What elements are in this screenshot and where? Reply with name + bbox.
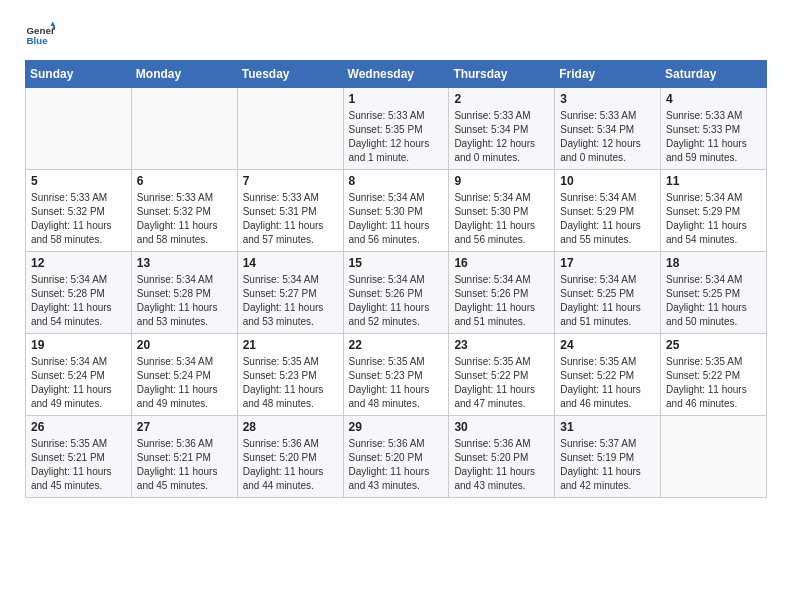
day-number: 13 — [137, 256, 232, 270]
calendar-cell: 12Sunrise: 5:34 AM Sunset: 5:28 PM Dayli… — [26, 252, 132, 334]
day-number: 20 — [137, 338, 232, 352]
day-number: 19 — [31, 338, 126, 352]
day-number: 3 — [560, 92, 655, 106]
calendar-cell: 1Sunrise: 5:33 AM Sunset: 5:35 PM Daylig… — [343, 88, 449, 170]
day-number: 6 — [137, 174, 232, 188]
day-number: 14 — [243, 256, 338, 270]
day-info: Sunrise: 5:34 AM Sunset: 5:27 PM Dayligh… — [243, 273, 338, 329]
calendar-cell: 28Sunrise: 5:36 AM Sunset: 5:20 PM Dayli… — [237, 416, 343, 498]
calendar-week-row: 12Sunrise: 5:34 AM Sunset: 5:28 PM Dayli… — [26, 252, 767, 334]
calendar-cell — [26, 88, 132, 170]
calendar-cell: 25Sunrise: 5:35 AM Sunset: 5:22 PM Dayli… — [661, 334, 767, 416]
calendar-cell: 14Sunrise: 5:34 AM Sunset: 5:27 PM Dayli… — [237, 252, 343, 334]
day-number: 8 — [349, 174, 444, 188]
day-info: Sunrise: 5:34 AM Sunset: 5:28 PM Dayligh… — [137, 273, 232, 329]
calendar-week-row: 1Sunrise: 5:33 AM Sunset: 5:35 PM Daylig… — [26, 88, 767, 170]
calendar-cell: 5Sunrise: 5:33 AM Sunset: 5:32 PM Daylig… — [26, 170, 132, 252]
day-number: 10 — [560, 174, 655, 188]
calendar-cell: 21Sunrise: 5:35 AM Sunset: 5:23 PM Dayli… — [237, 334, 343, 416]
day-info: Sunrise: 5:33 AM Sunset: 5:35 PM Dayligh… — [349, 109, 444, 165]
calendar-cell: 22Sunrise: 5:35 AM Sunset: 5:23 PM Dayli… — [343, 334, 449, 416]
calendar-cell — [661, 416, 767, 498]
calendar-cell: 13Sunrise: 5:34 AM Sunset: 5:28 PM Dayli… — [131, 252, 237, 334]
day-number: 25 — [666, 338, 761, 352]
day-number: 12 — [31, 256, 126, 270]
column-header-saturday: Saturday — [661, 61, 767, 88]
day-number: 17 — [560, 256, 655, 270]
calendar-cell: 17Sunrise: 5:34 AM Sunset: 5:25 PM Dayli… — [555, 252, 661, 334]
day-number: 27 — [137, 420, 232, 434]
day-number: 30 — [454, 420, 549, 434]
day-number: 26 — [31, 420, 126, 434]
day-info: Sunrise: 5:35 AM Sunset: 5:22 PM Dayligh… — [666, 355, 761, 411]
calendar-cell: 24Sunrise: 5:35 AM Sunset: 5:22 PM Dayli… — [555, 334, 661, 416]
day-number: 31 — [560, 420, 655, 434]
calendar-header-row: SundayMondayTuesdayWednesdayThursdayFrid… — [26, 61, 767, 88]
calendar-cell: 27Sunrise: 5:36 AM Sunset: 5:21 PM Dayli… — [131, 416, 237, 498]
svg-marker-2 — [51, 22, 56, 27]
day-info: Sunrise: 5:33 AM Sunset: 5:33 PM Dayligh… — [666, 109, 761, 165]
logo: General Blue — [25, 20, 59, 50]
day-info: Sunrise: 5:34 AM Sunset: 5:26 PM Dayligh… — [349, 273, 444, 329]
calendar-cell: 30Sunrise: 5:36 AM Sunset: 5:20 PM Dayli… — [449, 416, 555, 498]
day-info: Sunrise: 5:35 AM Sunset: 5:23 PM Dayligh… — [243, 355, 338, 411]
calendar-cell: 29Sunrise: 5:36 AM Sunset: 5:20 PM Dayli… — [343, 416, 449, 498]
day-number: 4 — [666, 92, 761, 106]
svg-text:General: General — [27, 25, 56, 36]
day-number: 7 — [243, 174, 338, 188]
calendar-cell: 9Sunrise: 5:34 AM Sunset: 5:30 PM Daylig… — [449, 170, 555, 252]
calendar-cell: 4Sunrise: 5:33 AM Sunset: 5:33 PM Daylig… — [661, 88, 767, 170]
column-header-thursday: Thursday — [449, 61, 555, 88]
day-number: 21 — [243, 338, 338, 352]
calendar-cell: 31Sunrise: 5:37 AM Sunset: 5:19 PM Dayli… — [555, 416, 661, 498]
calendar-table: SundayMondayTuesdayWednesdayThursdayFrid… — [25, 60, 767, 498]
calendar-cell: 26Sunrise: 5:35 AM Sunset: 5:21 PM Dayli… — [26, 416, 132, 498]
day-number: 5 — [31, 174, 126, 188]
day-info: Sunrise: 5:33 AM Sunset: 5:34 PM Dayligh… — [454, 109, 549, 165]
column-header-friday: Friday — [555, 61, 661, 88]
day-info: Sunrise: 5:34 AM Sunset: 5:24 PM Dayligh… — [31, 355, 126, 411]
day-number: 9 — [454, 174, 549, 188]
column-header-wednesday: Wednesday — [343, 61, 449, 88]
calendar-cell: 11Sunrise: 5:34 AM Sunset: 5:29 PM Dayli… — [661, 170, 767, 252]
day-number: 23 — [454, 338, 549, 352]
day-number: 18 — [666, 256, 761, 270]
page-header: General Blue — [25, 20, 767, 50]
day-number: 1 — [349, 92, 444, 106]
day-info: Sunrise: 5:34 AM Sunset: 5:26 PM Dayligh… — [454, 273, 549, 329]
day-number: 2 — [454, 92, 549, 106]
calendar-cell: 19Sunrise: 5:34 AM Sunset: 5:24 PM Dayli… — [26, 334, 132, 416]
calendar-cell: 7Sunrise: 5:33 AM Sunset: 5:31 PM Daylig… — [237, 170, 343, 252]
calendar-cell: 3Sunrise: 5:33 AM Sunset: 5:34 PM Daylig… — [555, 88, 661, 170]
calendar-cell: 18Sunrise: 5:34 AM Sunset: 5:25 PM Dayli… — [661, 252, 767, 334]
calendar-cell: 20Sunrise: 5:34 AM Sunset: 5:24 PM Dayli… — [131, 334, 237, 416]
day-number: 24 — [560, 338, 655, 352]
column-header-tuesday: Tuesday — [237, 61, 343, 88]
day-info: Sunrise: 5:34 AM Sunset: 5:28 PM Dayligh… — [31, 273, 126, 329]
day-info: Sunrise: 5:35 AM Sunset: 5:22 PM Dayligh… — [454, 355, 549, 411]
calendar-cell: 6Sunrise: 5:33 AM Sunset: 5:32 PM Daylig… — [131, 170, 237, 252]
day-info: Sunrise: 5:35 AM Sunset: 5:21 PM Dayligh… — [31, 437, 126, 493]
day-info: Sunrise: 5:34 AM Sunset: 5:29 PM Dayligh… — [666, 191, 761, 247]
day-info: Sunrise: 5:33 AM Sunset: 5:34 PM Dayligh… — [560, 109, 655, 165]
day-number: 28 — [243, 420, 338, 434]
day-number: 29 — [349, 420, 444, 434]
day-number: 22 — [349, 338, 444, 352]
day-info: Sunrise: 5:34 AM Sunset: 5:30 PM Dayligh… — [454, 191, 549, 247]
day-number: 15 — [349, 256, 444, 270]
calendar-cell: 15Sunrise: 5:34 AM Sunset: 5:26 PM Dayli… — [343, 252, 449, 334]
calendar-week-row: 5Sunrise: 5:33 AM Sunset: 5:32 PM Daylig… — [26, 170, 767, 252]
calendar-cell: 16Sunrise: 5:34 AM Sunset: 5:26 PM Dayli… — [449, 252, 555, 334]
column-header-sunday: Sunday — [26, 61, 132, 88]
calendar-week-row: 19Sunrise: 5:34 AM Sunset: 5:24 PM Dayli… — [26, 334, 767, 416]
day-info: Sunrise: 5:34 AM Sunset: 5:25 PM Dayligh… — [560, 273, 655, 329]
day-info: Sunrise: 5:33 AM Sunset: 5:32 PM Dayligh… — [31, 191, 126, 247]
calendar-cell — [131, 88, 237, 170]
logo-icon: General Blue — [25, 20, 55, 50]
calendar-cell: 2Sunrise: 5:33 AM Sunset: 5:34 PM Daylig… — [449, 88, 555, 170]
day-info: Sunrise: 5:37 AM Sunset: 5:19 PM Dayligh… — [560, 437, 655, 493]
day-number: 11 — [666, 174, 761, 188]
day-info: Sunrise: 5:36 AM Sunset: 5:20 PM Dayligh… — [454, 437, 549, 493]
calendar-cell — [237, 88, 343, 170]
column-header-monday: Monday — [131, 61, 237, 88]
